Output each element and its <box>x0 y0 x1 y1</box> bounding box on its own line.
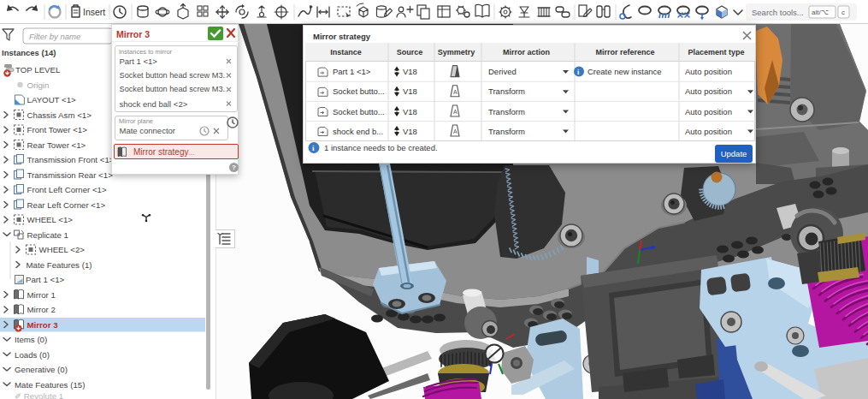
svg-text:WHEEL <2>: WHEEL <2> <box>39 245 86 254</box>
svg-text:V18: V18 <box>403 107 417 116</box>
svg-text:Create new instance: Create new instance <box>588 67 662 76</box>
svg-text:Instances (14): Instances (14) <box>2 48 56 57</box>
svg-text:TOP LEVEL: TOP LEVEL <box>15 65 61 74</box>
svg-text:Search tools...: Search tools... <box>752 8 804 17</box>
svg-text:Mirror 2: Mirror 2 <box>27 305 56 314</box>
svg-text:Chassis Asm <1>: Chassis Asm <1> <box>27 110 92 120</box>
svg-text:c: c <box>841 9 845 16</box>
svg-text:V18: V18 <box>403 67 417 76</box>
svg-text:Auto position: Auto position <box>685 107 732 116</box>
svg-text:alt/⌥: alt/⌥ <box>812 9 829 16</box>
svg-text:shock end b...: shock end b... <box>333 127 383 136</box>
svg-text:Mirror 1: Mirror 1 <box>27 290 56 300</box>
svg-text:Auto position: Auto position <box>685 86 732 96</box>
svg-text:Part 1 <1>: Part 1 <1> <box>333 67 371 76</box>
svg-text:Transform: Transform <box>488 127 525 136</box>
svg-text:Rear Tower <1>: Rear Tower <1> <box>27 140 86 150</box>
svg-text:Generative (0): Generative (0) <box>15 365 68 374</box>
svg-text:Socket butto...: Socket butto... <box>333 107 385 116</box>
svg-text:Loads (0): Loads (0) <box>15 350 50 360</box>
svg-text:A: A <box>453 89 458 95</box>
svg-text:Part 1 <1>: Part 1 <1> <box>26 275 65 284</box>
svg-text:V18: V18 <box>403 86 417 96</box>
svg-text:Transform: Transform <box>488 107 525 116</box>
svg-text:Front Left Corner <1>: Front Left Corner <1> <box>27 185 107 194</box>
svg-text:WHEEL <1>: WHEEL <1> <box>27 215 74 224</box>
svg-text:Rear Left Corner <1>: Rear Left Corner <1> <box>27 200 106 210</box>
svg-text:Auto position: Auto position <box>685 67 732 76</box>
svg-text:LAYOUT <1>: LAYOUT <1> <box>27 95 77 104</box>
svg-text:Mate Features (1): Mate Features (1) <box>27 260 92 270</box>
svg-text:Derived: Derived <box>488 67 517 76</box>
svg-text:A: A <box>453 109 458 115</box>
svg-text:Transmission Rear <1>: Transmission Rear <1> <box>27 170 114 180</box>
svg-text:A: A <box>453 128 458 134</box>
svg-text:✐ Revolute 1: ✐ Revolute 1 <box>15 391 63 399</box>
svg-text:Socket butto...: Socket butto... <box>333 86 385 96</box>
svg-text:Filter by name: Filter by name <box>29 32 80 41</box>
svg-text:Origin: Origin <box>27 80 50 90</box>
svg-text:Front Tower <1>: Front Tower <1> <box>27 125 88 134</box>
svg-text:1 instance needs to be created: 1 instance needs to be created. <box>324 143 438 152</box>
svg-text:Items (0): Items (0) <box>15 335 47 344</box>
svg-text:Mate Features (15): Mate Features (15) <box>15 380 85 390</box>
svg-text:Insert: Insert <box>83 7 105 17</box>
svg-text:Transmission Front <1>: Transmission Front <1> <box>27 155 115 164</box>
svg-text:Replicate 1: Replicate 1 <box>27 230 68 240</box>
svg-text:V18: V18 <box>403 127 417 136</box>
svg-text:Mirror 3: Mirror 3 <box>27 320 59 330</box>
svg-text:Transform: Transform <box>488 86 525 96</box>
svg-text:Auto position: Auto position <box>685 127 732 136</box>
